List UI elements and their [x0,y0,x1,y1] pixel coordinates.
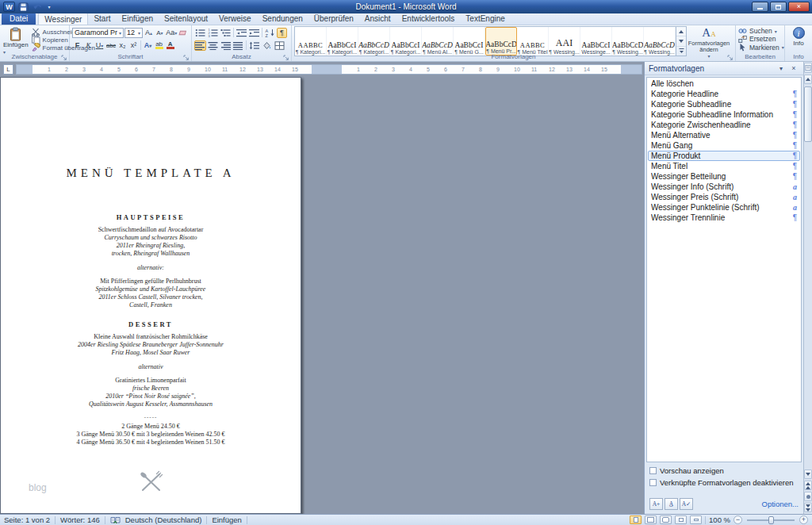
document-page-2[interactable]: MENÜ TEMPLATE AHAUPTSPEISESchwertfischme… [0,77,301,514]
next-page-icon[interactable] [804,503,812,512]
justify-icon[interactable] [232,40,244,51]
paste-button[interactable]: Einfügen ▾ [2,26,29,52]
clear-formatting-icon[interactable] [178,28,189,38]
tab-datei[interactable]: Datei [2,13,36,25]
minimize-button[interactable] [752,2,768,12]
gallery-down-icon[interactable] [676,36,686,46]
word-logo-icon[interactable]: W [3,2,15,12]
style-gallery-item[interactable]: AAI¶ Wessing... [549,27,580,56]
tab-start[interactable]: Start [88,13,116,25]
tab-wessinger[interactable]: Wessinger [38,13,88,25]
style-inspector-button[interactable]: A̲ [665,498,678,510]
align-right-icon[interactable] [220,40,232,51]
view-print-layout-button[interactable] [630,515,642,524]
strikethrough-button[interactable]: abc [105,40,117,51]
font-name-select[interactable]: Garamond Pr▾ [72,28,124,38]
show-paragraph-marks-button[interactable]: ¶ [277,28,287,38]
tab-überprüfen[interactable]: Überprüfen [308,13,359,25]
style-gallery-item[interactable]: AaBbCcI¶ Kategori... [390,27,422,56]
text-effects-button[interactable]: A▾ [143,40,153,51]
style-gallery-item[interactable]: AaBbCcD¶ Menü Al... [422,27,454,56]
new-style-button[interactable]: A+ [649,498,663,510]
style-entry[interactable]: Alle löschen [648,79,800,89]
view-outline-button[interactable] [675,515,687,524]
italic-button[interactable]: K [83,40,94,51]
select-browse-object-icon[interactable] [804,492,812,501]
style-gallery-item[interactable]: AaBbCcI¶ Kategori... [327,27,358,56]
style-gallery-item[interactable]: AABBC¶ Menü Titel [517,27,549,56]
style-entry[interactable]: Kategorie Subheadline Information¶ [648,109,800,120]
tab-textengine[interactable]: TextEngine [460,13,510,25]
tab-einfügen[interactable]: Einfügen [117,13,159,25]
tab-selector[interactable]: L [3,64,13,75]
view-fullscreen-button[interactable] [645,515,657,524]
change-case-button[interactable]: Aa▾ [166,28,177,38]
style-gallery-item[interactable]: AaBbCcD¶ Wessing... [644,27,676,56]
options-link[interactable]: Optionen... [762,500,799,508]
pane-dropdown-icon[interactable]: ▾ [776,63,787,74]
zoom-slider-thumb[interactable] [768,516,774,524]
style-gallery-item[interactable]: AaBbCcIWessinge... [580,27,612,56]
bullets-icon[interactable] [194,28,206,38]
vertical-scrollbar[interactable] [803,62,812,514]
superscript-button[interactable]: x² [128,40,139,51]
insert-mode-indicator[interactable]: Einfügen [212,515,242,524]
style-entry[interactable]: Kategorie Subheadline¶ [648,99,800,109]
font-size-select[interactable]: 12▾ [124,28,143,38]
highlight-color-button[interactable]: ab [154,40,164,51]
close-button[interactable]: × [788,2,810,12]
style-entry[interactable]: Menü Titel¶ [648,161,800,171]
bold-button[interactable]: F [72,40,82,51]
dialog-launcher-icon[interactable] [61,53,68,60]
styles-pane-header[interactable]: Formatvorlagen ▾ × [645,62,803,75]
underline-button[interactable]: U▾ [94,40,105,51]
zoom-out-button[interactable]: − [733,515,742,524]
style-entry[interactable]: Wessinger Betteilung¶ [648,171,800,182]
select-button[interactable]: Markieren▾ [738,44,782,52]
replace-button[interactable]: Ersetzen [738,35,782,43]
style-gallery-item[interactable]: AaBbCcD¶ Menü Pr... [485,27,517,56]
zoom-slider[interactable] [747,519,795,521]
borders-icon[interactable] [274,40,285,51]
view-web-layout-button[interactable] [660,515,672,524]
page-indicator[interactable]: Seite: 1 von 2 [4,515,50,524]
style-entry[interactable]: Kategorie Headline¶ [648,89,800,99]
shrink-font-button[interactable]: A▾ [155,28,165,38]
line-spacing-icon[interactable] [248,40,260,51]
disable-linked-checkbox[interactable]: Verknüpfte Formatvorlagen deaktivieren [649,478,799,487]
zoom-in-button[interactable]: + [799,515,808,524]
tab-sendungen[interactable]: Sendungen [257,13,308,25]
style-entry[interactable]: Wessinger Trennlinie¶ [648,213,800,223]
save-icon[interactable] [17,2,29,12]
align-left-icon[interactable] [194,40,206,51]
zoom-level[interactable]: 100 % [709,515,730,524]
word-count[interactable]: Wörter: 146 [60,515,100,524]
grow-font-button[interactable]: A▴ [144,28,154,38]
tab-verweise[interactable]: Verweise [213,13,257,25]
qat-customize-icon[interactable]: ▾ [46,2,52,12]
font-color-button[interactable]: A [165,40,175,51]
find-button[interactable]: Suchen▾ [738,27,782,35]
tab-ansicht[interactable]: Ansicht [359,13,396,25]
decrease-indent-icon[interactable] [236,28,247,38]
tab-seitenlayout[interactable]: Seitenlayout [159,13,213,25]
dialog-launcher-icon[interactable] [727,53,734,60]
view-draft-button[interactable] [690,515,702,524]
style-gallery-item[interactable]: AaBbCcI¶ Menü G... [454,27,485,56]
dialog-launcher-icon[interactable] [183,53,190,60]
style-entry[interactable]: Wessinger Info (Schrift)a [648,182,800,192]
tab-entwicklertools[interactable]: Entwicklertools [396,13,461,25]
subscript-button[interactable]: x₂ [117,40,128,51]
sort-icon[interactable]: AZ [264,28,276,38]
gallery-up-icon[interactable] [676,27,686,36]
multilevel-list-icon[interactable] [220,28,232,38]
style-gallery-item[interactable]: AaBbCcD¶ Wessing... [612,27,644,56]
ruler-toggle-icon[interactable] [804,63,812,73]
style-entry[interactable]: Kategorie Zwischenheadline¶ [648,120,800,130]
preview-checkbox[interactable]: Vorschau anzeigen [649,466,799,475]
ruler[interactable]: L 12345678910111213141512345678910111213… [0,64,644,75]
scroll-up-icon[interactable] [804,75,812,84]
style-entry[interactable]: Menü Alternative¶ [648,130,800,140]
align-center-icon[interactable] [207,40,219,51]
dialog-launcher-icon[interactable] [283,53,290,60]
